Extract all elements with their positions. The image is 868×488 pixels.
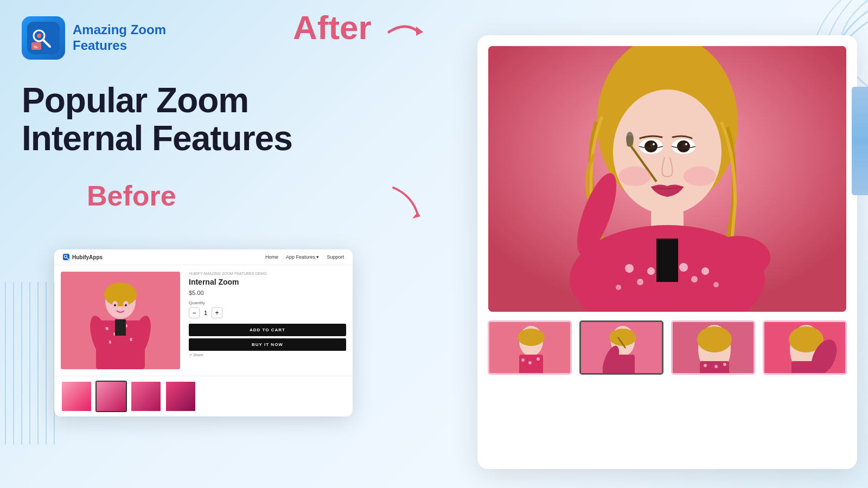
after-panel xyxy=(477,35,857,469)
logo-title-line1: Amazing Zoom xyxy=(73,22,166,38)
svg-point-85 xyxy=(714,365,718,368)
mockup-product-details: HUBIFY AMAZING ZOOM FEATURES DEMO Intern… xyxy=(189,272,346,369)
mockup-main-product-image xyxy=(61,272,180,369)
mockup-thumb-1[interactable] xyxy=(61,381,92,412)
svg-point-46 xyxy=(691,276,698,282)
app-logo-icon: % xyxy=(22,16,65,60)
svg-rect-30 xyxy=(115,319,126,336)
add-to-cart-btn[interactable]: ADD TO CART xyxy=(189,324,346,336)
mockup-price: $5.00 xyxy=(189,290,346,296)
nav-home: Home xyxy=(265,254,278,260)
svg-rect-50 xyxy=(656,239,678,282)
mockup-thumb-3[interactable] xyxy=(130,381,162,412)
after-arrow-icon xyxy=(386,14,424,46)
before-label-area: Before xyxy=(22,179,391,212)
svg-point-44 xyxy=(647,267,655,275)
corner-accent-decoration xyxy=(852,87,868,195)
svg-point-71 xyxy=(521,358,525,362)
svg-point-56 xyxy=(705,236,770,279)
svg-point-45 xyxy=(679,263,688,272)
svg-point-64 xyxy=(685,143,687,145)
before-mockup: HubifyApps Home App Features ▾ Support xyxy=(54,249,353,416)
svg-point-65 xyxy=(618,166,651,186)
after-thumb-4[interactable] xyxy=(763,320,847,375)
after-label: After xyxy=(293,9,372,46)
svg-point-55 xyxy=(626,132,634,147)
svg-point-84 xyxy=(704,364,707,367)
mockup-thumbnails xyxy=(54,376,353,416)
mockup-qty-label: Quantity xyxy=(189,300,346,305)
qty-minus-btn[interactable]: − xyxy=(189,307,200,318)
mockup-body: HUBIFY AMAZING ZOOM FEATURES DEMO Intern… xyxy=(54,265,353,376)
nav-support: Support xyxy=(327,254,344,260)
heading-line1: Popular Zoom xyxy=(22,81,248,120)
svg-point-43 xyxy=(637,279,643,285)
svg-rect-70 xyxy=(519,355,543,375)
mockup-thumb-4[interactable] xyxy=(165,381,196,412)
mockup-quantity-selector: − 1 + xyxy=(189,307,346,318)
buy-now-btn[interactable]: BUY IT NOW xyxy=(189,338,346,351)
qty-plus-btn[interactable]: + xyxy=(212,307,222,318)
svg-point-73 xyxy=(537,357,540,361)
svg-point-63 xyxy=(653,143,655,145)
svg-point-82 xyxy=(697,326,732,352)
after-thumb-2-active[interactable] xyxy=(579,320,663,375)
svg-point-42 xyxy=(625,264,634,273)
mockup-nav: HubifyApps Home App Features ▾ Support xyxy=(54,249,353,265)
svg-marker-14 xyxy=(416,27,423,36)
svg-point-10 xyxy=(37,34,41,38)
mockup-product-title: Internal Zoom xyxy=(189,278,346,286)
mockup-nav-links: Home App Features ▾ Support xyxy=(265,254,344,260)
svg-text:%: % xyxy=(34,44,37,49)
mockup-thumb-2-active[interactable] xyxy=(95,381,127,412)
svg-point-34 xyxy=(125,304,127,306)
qty-value: 1 xyxy=(204,310,207,316)
main-heading: Popular Zoom Internal Features xyxy=(22,81,391,158)
before-label: Before xyxy=(87,179,176,212)
svg-point-69 xyxy=(518,329,545,346)
svg-point-47 xyxy=(701,267,709,275)
nav-features: App Features ▾ xyxy=(286,254,320,260)
svg-point-72 xyxy=(528,361,532,364)
mockup-logo: HubifyApps xyxy=(63,254,103,260)
app-logo-text: Amazing Zoom Features xyxy=(73,22,166,54)
svg-point-20 xyxy=(104,282,137,306)
svg-point-66 xyxy=(684,166,716,186)
after-label-area: After xyxy=(293,8,424,47)
svg-point-48 xyxy=(616,285,621,290)
svg-point-33 xyxy=(114,304,116,306)
mockup-share: ↗ Share xyxy=(189,353,346,357)
before-arrow-icon xyxy=(391,185,434,223)
svg-point-49 xyxy=(713,282,719,287)
after-thumb-3[interactable] xyxy=(671,320,755,375)
after-thumbnails xyxy=(488,320,846,375)
mockup-brand: HUBIFY AMAZING ZOOM FEATURES DEMO xyxy=(189,272,346,275)
mockup-logo-name: HubifyApps xyxy=(72,254,103,260)
after-thumb-1[interactable] xyxy=(488,320,572,375)
svg-point-86 xyxy=(723,363,726,366)
heading-line2: Internal Features xyxy=(22,119,292,158)
logo-title-line2: Features xyxy=(73,38,166,54)
after-main-product-image xyxy=(488,46,846,312)
